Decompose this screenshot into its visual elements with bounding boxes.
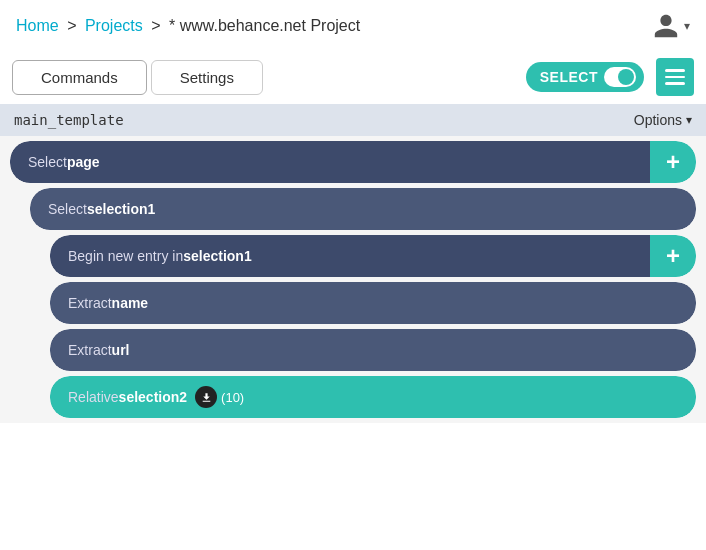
command-row: Extract name [50, 282, 696, 324]
command-main[interactable]: Extract name [50, 282, 696, 324]
command-main[interactable]: Select selection1 [30, 188, 696, 230]
command-row: Begin new entry in selection1+ [50, 235, 696, 277]
command-count: (10) [221, 390, 244, 405]
command-main[interactable]: Extract url [50, 329, 696, 371]
hamburger-line-1 [665, 69, 685, 72]
hamburger-button[interactable] [656, 58, 694, 96]
command-text-plain: Extract [68, 342, 112, 358]
command-row: Select selection1 [30, 188, 696, 230]
breadcrumb-text: Home > Projects > * www.behance.net Proj… [16, 17, 360, 35]
download-badge[interactable] [195, 386, 217, 408]
chevron-down-icon: ▾ [684, 19, 690, 33]
toggle-track [604, 67, 636, 87]
options-label: Options [634, 112, 682, 128]
command-text-bold: page [67, 154, 100, 170]
command-row: Select page+ [10, 141, 696, 183]
breadcrumb-projects[interactable]: Projects [85, 17, 143, 34]
template-name: main_template [14, 112, 124, 128]
breadcrumb: Home > Projects > * www.behance.net Proj… [0, 0, 706, 50]
command-main[interactable]: Begin new entry in selection1 [50, 235, 650, 277]
breadcrumb-sep1: > [67, 17, 76, 34]
options-button[interactable]: Options ▾ [634, 112, 692, 128]
commands-list: Select page+Select selection1Begin new e… [0, 136, 706, 423]
options-chevron-icon: ▾ [686, 113, 692, 127]
command-text-plain: Relative [68, 389, 119, 405]
command-text-plain: Extract [68, 295, 112, 311]
user-icon [652, 12, 680, 40]
breadcrumb-sep2: > [151, 17, 160, 34]
command-main[interactable]: Relative selection2(10) [50, 376, 696, 418]
toggle-label: SELECT [540, 69, 598, 85]
toggle-circle [618, 69, 634, 85]
command-text-plain: Select [28, 154, 67, 170]
template-bar: main_template Options ▾ [0, 104, 706, 136]
command-text-bold: url [112, 342, 130, 358]
command-text-bold: selection1 [183, 248, 251, 264]
user-menu[interactable]: ▾ [652, 12, 690, 40]
command-text-plain: Select [48, 201, 87, 217]
download-icon [200, 391, 213, 404]
tab-settings[interactable]: Settings [151, 60, 263, 95]
add-command-button[interactable]: + [650, 141, 696, 183]
breadcrumb-current: * www.behance.net Project [169, 17, 360, 34]
select-toggle[interactable]: SELECT [526, 62, 644, 92]
command-text-bold: name [112, 295, 149, 311]
breadcrumb-home[interactable]: Home [16, 17, 59, 34]
command-row: Relative selection2(10) [50, 376, 696, 418]
hamburger-line-3 [665, 82, 685, 85]
command-main[interactable]: Select page [10, 141, 650, 183]
hamburger-line-2 [665, 76, 685, 79]
command-text-bold: selection2 [119, 389, 187, 405]
command-row: Extract url [50, 329, 696, 371]
tab-commands[interactable]: Commands [12, 60, 147, 95]
command-text-bold: selection1 [87, 201, 155, 217]
tabs-bar: Commands Settings SELECT [0, 50, 706, 104]
add-command-button[interactable]: + [650, 235, 696, 277]
command-text-plain: Begin new entry in [68, 248, 183, 264]
